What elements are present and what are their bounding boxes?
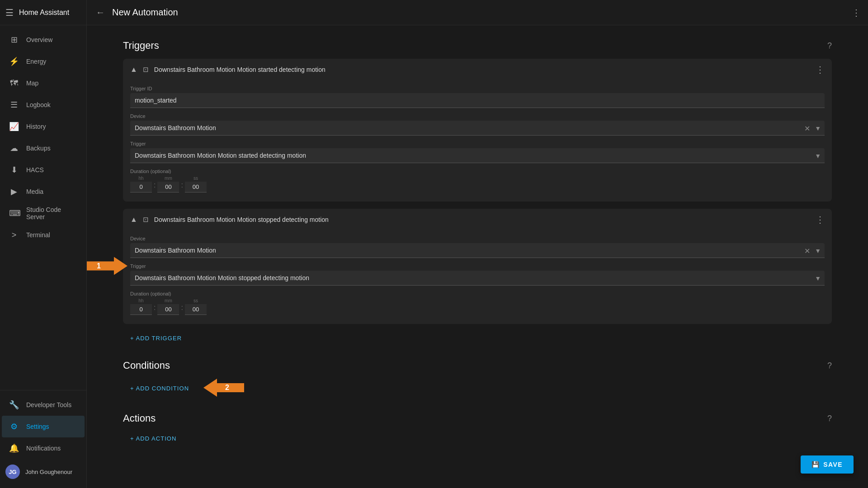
sidebar-item-energy[interactable]: ⚡ Energy [2, 51, 85, 72]
sidebar-item-label: Settings [26, 423, 49, 430]
energy-icon: ⚡ [9, 56, 19, 66]
triggers-section-header: Triggers ? [123, 40, 832, 52]
sidebar-item-label: Media [26, 188, 43, 195]
svg-marker-0 [87, 257, 127, 275]
duration-ss-input-2[interactable] [185, 304, 207, 315]
duration-inputs-2: hh : mm : ss [130, 298, 825, 315]
sidebar-item-terminal[interactable]: > Terminal [2, 224, 85, 246]
history-icon: 📈 [9, 122, 19, 131]
trigger-id-input[interactable] [130, 93, 825, 108]
trigger-field-1: Trigger ▼ [130, 141, 825, 163]
duration-ss-label-2: ss [193, 298, 198, 303]
menu-icon[interactable]: ☰ [5, 7, 14, 18]
duration-ss-input-1[interactable] [185, 182, 207, 192]
duration-sep-1b: : [181, 181, 183, 189]
more-options-button[interactable]: ⋮ [852, 7, 861, 18]
duration-mm-input-2[interactable] [157, 304, 179, 315]
trigger-card-2-more[interactable]: ⋮ [816, 214, 825, 225]
sidebar-nav: ⊞ Overview ⚡ Energy 🗺 Map ☰ Logbook 📈 Hi… [0, 25, 86, 390]
trigger-input-2[interactable] [130, 271, 825, 286]
device-dropdown-icon-1[interactable]: ▼ [815, 125, 821, 132]
duration-sep-2a: : [154, 304, 156, 312]
sidebar-user[interactable]: JG John Goughenour [0, 459, 86, 484]
triggers-title: Triggers [123, 40, 159, 52]
topbar: ← New Automation ⋮ [87, 0, 868, 25]
trigger-card-2-header[interactable]: ▲ ⊡ Downstairs Bathroom Motion Motion st… [123, 209, 832, 230]
add-trigger-button[interactable]: + ADD TRIGGER [123, 331, 189, 345]
trigger-field-2: Trigger ▼ [130, 263, 825, 286]
content-area: Triggers ? ▲ ⊡ Downstairs Bathroom Motio… [87, 25, 868, 488]
svg-text:1: 1 [97, 262, 101, 269]
conditions-help-icon[interactable]: ? [827, 361, 832, 371]
sidebar-item-hacs[interactable]: ⬇ HACS [2, 159, 85, 181]
trigger-card-1-header[interactable]: ▲ ⊡ Downstairs Bathroom Motion Motion st… [123, 59, 832, 80]
device-clear-btn-2[interactable]: ✕ [804, 246, 810, 255]
duration-ss-label-1: ss [193, 176, 198, 181]
sidebar-header: ☰ Home Assistant [0, 0, 86, 25]
sidebar-item-settings[interactable]: ⚙ Settings [2, 416, 85, 437]
sidebar-item-media[interactable]: ▶ Media [2, 181, 85, 202]
duration-ss-field-2: ss [185, 298, 207, 315]
overview-icon: ⊞ [9, 35, 19, 45]
sidebar-item-studio-code-server[interactable]: ⌨ Studio Code Server [2, 202, 85, 224]
svg-marker-2 [203, 379, 244, 397]
trigger-dropdown-icon-2[interactable]: ▼ [815, 275, 821, 282]
duration-hh-label-2: hh [138, 298, 143, 303]
duration-row-1: Duration (optional) hh : mm : [130, 169, 825, 192]
duration-inputs-1: hh : mm : ss [130, 176, 825, 192]
duration-hh-field-2: hh [130, 298, 152, 315]
sidebar-item-backups[interactable]: ☁ Backups [2, 137, 85, 159]
actions-help-icon[interactable]: ? [827, 414, 832, 423]
sidebar-item-overview[interactable]: ⊞ Overview [2, 29, 85, 51]
trigger-card-1-body: Trigger ID Device ✕ ▼ Trigger [123, 80, 832, 202]
device-dropdown-icon-2[interactable]: ▼ [815, 247, 821, 254]
duration-row-2: Duration (optional) hh : mm : [130, 291, 825, 315]
device-field-2: Device ✕ ▼ [130, 236, 825, 258]
device-clear-btn-1[interactable]: ✕ [804, 124, 810, 132]
sidebar-item-history[interactable]: 📈 History [2, 116, 85, 137]
sidebar-item-notifications[interactable]: 🔔 Notifications [2, 437, 85, 459]
triggers-section: Triggers ? ▲ ⊡ Downstairs Bathroom Motio… [123, 40, 832, 345]
duration-sep-1a: : [154, 181, 156, 189]
conditions-section: Conditions ? + ADD CONDITION 2 [123, 360, 832, 398]
duration-hh-input-2[interactable] [130, 304, 152, 315]
trigger-card-1-more[interactable]: ⋮ [816, 64, 825, 75]
page-title: New Automation [112, 7, 846, 18]
duration-hh-input-1[interactable] [130, 182, 152, 192]
developer-tools-icon: 🔧 [9, 400, 19, 410]
trigger-field-label-2: Trigger [130, 263, 825, 269]
map-icon: 🗺 [9, 79, 19, 88]
trigger-field-label-1: Trigger [130, 141, 825, 146]
triggers-help-icon[interactable]: ? [827, 41, 832, 51]
duration-mm-input-1[interactable] [157, 182, 179, 192]
logbook-icon: ☰ [9, 100, 19, 110]
device-wrapper-2: ✕ ▼ [130, 243, 825, 258]
duration-sep-2b: : [181, 304, 183, 312]
sidebar-item-label: Overview [26, 36, 52, 43]
sidebar-item-logbook[interactable]: ☰ Logbook [2, 94, 85, 116]
duration-mm-field-1: mm [157, 176, 179, 192]
media-icon: ▶ [9, 187, 19, 197]
add-condition-button[interactable]: + ADD CONDITION [123, 381, 196, 395]
collapse-icon-2[interactable]: ▲ [130, 216, 137, 224]
back-button[interactable]: ← [94, 5, 107, 19]
device-field-1: Device ✕ ▼ [130, 113, 825, 136]
add-action-button[interactable]: + ADD ACTION [123, 432, 184, 446]
duration-label-1: Duration (optional) [130, 169, 825, 174]
duration-hh-field-1: hh [130, 176, 152, 192]
device-input-2[interactable] [130, 243, 825, 258]
sidebar-item-map[interactable]: 🗺 Map [2, 72, 85, 94]
collapse-icon-1[interactable]: ▲ [130, 66, 137, 74]
sidebar-item-label: Developer Tools [26, 401, 71, 408]
actions-section: Actions ? + ADD ACTION [123, 413, 832, 446]
device-input-1[interactable] [130, 121, 825, 136]
save-button[interactable]: 💾 SAVE [801, 455, 854, 474]
sidebar-item-label: Map [26, 80, 38, 87]
trigger-dropdown-icon-1[interactable]: ▼ [815, 152, 821, 160]
sidebar-item-developer-tools[interactable]: 🔧 Developer Tools [2, 394, 85, 416]
trigger-id-label: Trigger ID [130, 86, 825, 91]
sidebar-item-label: HACS [26, 166, 44, 174]
trigger-input-1[interactable] [130, 148, 825, 163]
trigger-wrapper-1: ▼ [130, 148, 825, 163]
sidebar-item-label: Notifications [26, 445, 61, 452]
